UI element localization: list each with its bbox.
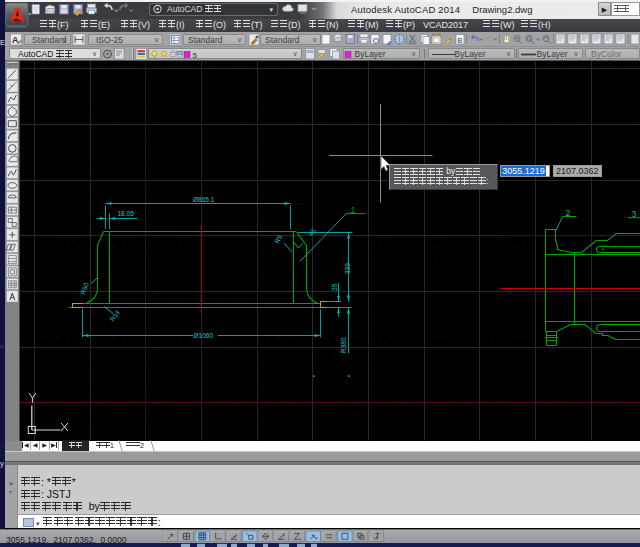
svg-text:2: 2 (566, 208, 571, 218)
svg-text:28: 28 (331, 283, 338, 291)
svg-text:E: E (0, 38, 5, 47)
svg-text:Ø1060: Ø1060 (194, 332, 214, 339)
svg-text:Ø865.1: Ø865.1 (193, 196, 215, 203)
svg-text:339: 339 (344, 263, 351, 274)
svg-text:y: y (0, 459, 4, 468)
svg-text:18.05: 18.05 (118, 210, 135, 217)
svg-text:B: B (458, 37, 463, 44)
svg-text:::: :: (0, 343, 4, 349)
svg-text:3: 3 (632, 209, 637, 219)
svg-text:1: 1 (351, 205, 356, 215)
svg-text:5: 5 (193, 51, 198, 60)
svg-text:R380: R380 (340, 337, 347, 353)
